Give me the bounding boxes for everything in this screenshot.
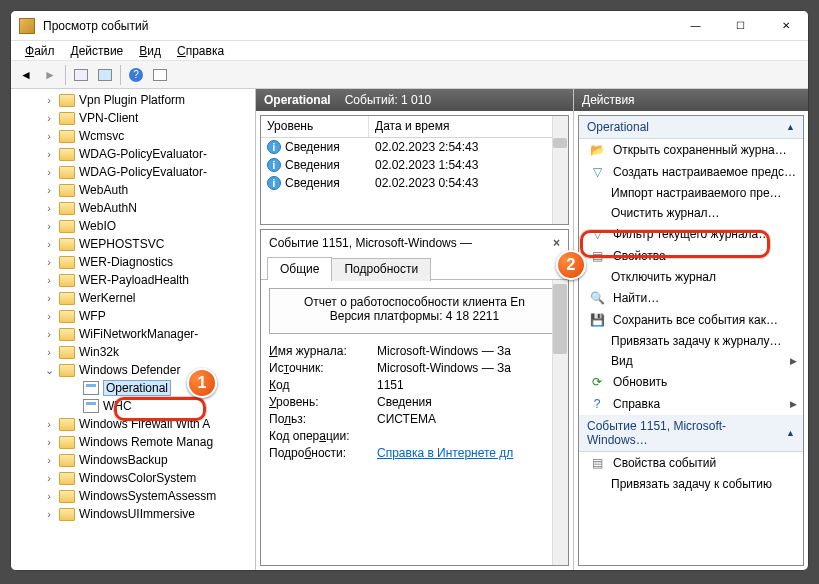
tree-item-wer-diagnostics[interactable]: ›WER-Diagnostics — [11, 253, 255, 271]
tree-item-win32k[interactable]: ›Win32k — [11, 343, 255, 361]
folder-icon — [59, 292, 75, 305]
submenu-arrow-icon: ▶ — [790, 399, 797, 409]
action-отключить-журнал[interactable]: Отключить журнал — [579, 267, 803, 287]
tree-item-vpn-plugin-platform[interactable]: ›Vpn Plugin Platform — [11, 91, 255, 109]
action-label: Сохранить все события как… — [613, 313, 778, 327]
action-импорт-настраиваемого-пре[interactable]: Импорт настраиваемого пре… — [579, 183, 803, 203]
actions-group-event[interactable]: Событие 1151, Microsoft-Windows…▲ — [579, 415, 803, 452]
tree-item-webio[interactable]: ›WebIO — [11, 217, 255, 235]
toolbar-back-button[interactable]: ◄ — [15, 64, 37, 86]
action-привязать-задачу-к-событию[interactable]: Привязать задачу к событию — [579, 474, 803, 494]
tree-item-operational[interactable]: Operational — [11, 379, 255, 397]
tab-details[interactable]: Подробности — [331, 258, 431, 281]
tree-item-whc[interactable]: WHC — [11, 397, 255, 415]
tree-item-wdag-policyevaluator-[interactable]: ›WDAG-PolicyEvaluator- — [11, 163, 255, 181]
action-открыть-сохраненный-журна[interactable]: 📂Открыть сохраненный журна… — [579, 139, 803, 161]
center-event-count: Событий: 1 010 — [345, 93, 431, 107]
tree-item-vpn-client[interactable]: ›VPN-Client — [11, 109, 255, 127]
action-создать-настраиваемое-предс[interactable]: ▽Создать настраиваемое предс… — [579, 161, 803, 183]
tree-item-wcmsvc[interactable]: ›Wcmsvc — [11, 127, 255, 145]
tree-item-wephostsvc[interactable]: ›WEPHOSTSVC — [11, 235, 255, 253]
maximize-button[interactable]: ☐ — [718, 11, 763, 41]
events-scrollbar[interactable] — [552, 116, 568, 224]
center-pane: Operational Событий: 1 010 Уровень Дата … — [256, 89, 574, 570]
tree-item-label: WDAG-PolicyEvaluator- — [79, 147, 207, 161]
action-найти[interactable]: 🔍Найти… — [579, 287, 803, 309]
events-list[interactable]: Уровень Дата и время iСведения02.02.2023… — [260, 115, 569, 225]
action-свойства[interactable]: ▤Свойства — [579, 245, 803, 267]
menu-view[interactable]: Вид — [131, 44, 169, 58]
report-text: Отчет о работоспособности клиента En Вер… — [269, 288, 560, 334]
tab-general[interactable]: Общие — [267, 257, 332, 280]
link-online-help[interactable]: Справка в Интернете дл — [377, 446, 513, 460]
menu-action[interactable]: Действие — [63, 44, 132, 58]
toolbar-forward-button[interactable]: ► — [39, 64, 61, 86]
action-фильтр-текущего-журнала[interactable]: ▽Фильтр текущего журнала… — [579, 223, 803, 245]
tree-item-windowssystemassessm[interactable]: ›WindowsSystemAssessm — [11, 487, 255, 505]
column-date[interactable]: Дата и время — [369, 116, 568, 137]
tree-item-windows-defender[interactable]: ⌄Windows Defender — [11, 361, 255, 379]
tree-item-wer-payloadhealth[interactable]: ›WER-PayloadHealth — [11, 271, 255, 289]
tree-item-label: WFP — [79, 309, 106, 323]
tree-item-label: WebAuthN — [79, 201, 137, 215]
action-сохранить-все-события-как[interactable]: 💾Сохранить все события как… — [579, 309, 803, 331]
action-справка[interactable]: ?Справка▶ — [579, 393, 803, 415]
minimize-button[interactable]: — — [673, 11, 718, 41]
tree-item-windowscolorsystem[interactable]: ›WindowsColorSystem — [11, 469, 255, 487]
tree-item-windowsbackup[interactable]: ›WindowsBackup — [11, 451, 255, 469]
folder-icon — [59, 112, 75, 125]
toolbar-help-button[interactable]: ? — [125, 64, 147, 86]
folder-icon — [59, 274, 75, 287]
action-icon: 💾 — [589, 312, 605, 328]
tree-item-windows-firewall-with-a[interactable]: ›Windows Firewall With A — [11, 415, 255, 433]
tree-item-label: WindowsColorSystem — [79, 471, 196, 485]
tree-item-werkernel[interactable]: ›WerKernel — [11, 289, 255, 307]
tree-item-label: WerKernel — [79, 291, 135, 305]
tree-item-label: WebAuth — [79, 183, 128, 197]
detail-title: Событие 1151, Microsoft-Windows — — [269, 236, 472, 250]
tree-item-webauthn[interactable]: ›WebAuthN — [11, 199, 255, 217]
event-row[interactable]: iСведения02.02.2023 1:54:43 — [261, 156, 568, 174]
value-code: 1151 — [377, 378, 560, 392]
tree-item-webauth[interactable]: ›WebAuth — [11, 181, 255, 199]
action-обновить[interactable]: ⟳Обновить — [579, 371, 803, 393]
info-icon: i — [267, 158, 281, 172]
event-row[interactable]: iСведения02.02.2023 2:54:43 — [261, 138, 568, 156]
tree-item-wfp[interactable]: ›WFP — [11, 307, 255, 325]
tree-item-windowsuiimmersive[interactable]: ›WindowsUIImmersive — [11, 505, 255, 523]
value-level: Сведения — [377, 395, 560, 409]
action-label: Найти… — [613, 291, 659, 305]
tree-item-windows-remote-manag[interactable]: ›Windows Remote Manag — [11, 433, 255, 451]
toolbar-btn-2[interactable] — [94, 64, 116, 86]
menu-help[interactable]: Справка — [169, 44, 232, 58]
tree-pane[interactable]: ›Vpn Plugin Platform›VPN-Client›Wcmsvc›W… — [11, 89, 256, 570]
toolbar-btn-3[interactable] — [149, 64, 171, 86]
actions-group-operational[interactable]: Operational▲ — [579, 116, 803, 139]
menu-file[interactable]: Файл — [17, 44, 63, 58]
close-button[interactable]: ✕ — [763, 11, 808, 41]
action-свойства-событий[interactable]: ▤Свойства событий — [579, 452, 803, 474]
action-icon: 📂 — [589, 142, 605, 158]
toolbar-btn-1[interactable] — [70, 64, 92, 86]
event-row[interactable]: iСведения02.02.2023 0:54:43 — [261, 174, 568, 192]
detail-body: Отчет о работоспособности клиента En Вер… — [261, 280, 568, 565]
action-привязать-задачу-к-журналу[interactable]: Привязать задачу к журналу… — [579, 331, 803, 351]
detail-scrollbar[interactable] — [552, 280, 568, 565]
label-logname: Имя журнала: — [269, 344, 377, 358]
tree-item-label: WHC — [103, 399, 132, 413]
tree-item-label: Vpn Plugin Platform — [79, 93, 185, 107]
action-icon: ▽ — [589, 164, 605, 180]
tree-item-wdag-policyevaluator-[interactable]: ›WDAG-PolicyEvaluator- — [11, 145, 255, 163]
center-log-name: Operational — [264, 93, 331, 107]
window-title: Просмотр событий — [43, 19, 673, 33]
folder-icon — [59, 94, 75, 107]
detail-close-button[interactable]: × — [553, 236, 560, 250]
action-label: Очистить журнал… — [611, 206, 720, 220]
tree-item-label: WDAG-PolicyEvaluator- — [79, 165, 207, 179]
folder-icon — [59, 310, 75, 323]
actions-header: Действия — [574, 89, 808, 111]
action-вид[interactable]: Вид▶ — [579, 351, 803, 371]
action-очистить-журнал[interactable]: Очистить журнал… — [579, 203, 803, 223]
column-level[interactable]: Уровень — [261, 116, 369, 137]
tree-item-wifinetworkmanager-[interactable]: ›WiFiNetworkManager- — [11, 325, 255, 343]
